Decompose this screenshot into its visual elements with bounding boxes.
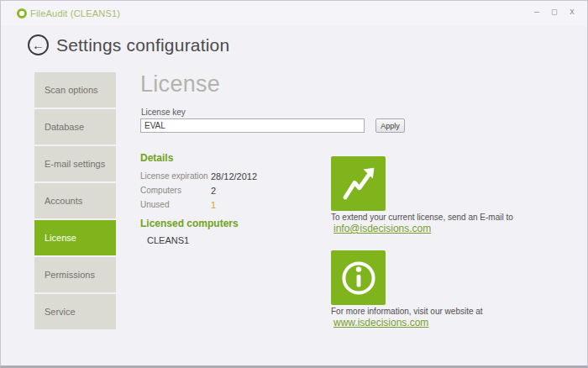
- sidebar-item-scan-options[interactable]: Scan options: [34, 72, 116, 108]
- back-arrow-icon[interactable]: ←: [28, 34, 49, 55]
- details-heading: Details: [140, 152, 173, 164]
- fileaudit-logo-icon: [17, 8, 27, 18]
- apply-button[interactable]: Apply: [375, 118, 405, 133]
- content-title: License: [140, 71, 220, 97]
- page-title: Settings configuration: [56, 35, 229, 55]
- sidebar-item-database[interactable]: Database: [34, 109, 116, 145]
- close-button[interactable]: x: [567, 6, 577, 18]
- extend-license-email-link[interactable]: info@isdecisions.com: [333, 223, 431, 234]
- detail-value: 28/12/2012: [211, 171, 257, 181]
- info-icon[interactable]: [331, 250, 386, 305]
- app-window: FileAudit (CLEANS1) – □ x ← Settings con…: [0, 0, 588, 368]
- sidebar-item-license[interactable]: License: [34, 220, 116, 255]
- more-info-text: For more information, visit our website …: [331, 307, 483, 316]
- license-key-input[interactable]: [140, 118, 365, 133]
- licensed-computers-heading: Licensed computers: [140, 218, 239, 229]
- sidebar-item-email-settings[interactable]: E-mail settings: [34, 146, 116, 181]
- trend-up-arrow-icon[interactable]: [331, 156, 386, 211]
- detail-label: Computers: [140, 186, 181, 195]
- minimize-button[interactable]: –: [532, 6, 542, 18]
- website-link[interactable]: www.isdecisions.com: [333, 317, 428, 329]
- detail-label: Unused: [140, 200, 169, 209]
- sidebar-item-service[interactable]: Service: [34, 294, 116, 329]
- detail-value: 1: [211, 200, 216, 210]
- titlebar: FileAudit (CLEANS1) – □ x: [1, 1, 587, 26]
- window-title: FileAudit (CLEANS1): [30, 8, 120, 18]
- window-controls: – □ x: [532, 6, 577, 18]
- sidebar: Scan options Database E-mail settings Ac…: [34, 72, 116, 329]
- sidebar-item-permissions[interactable]: Permissions: [34, 257, 116, 292]
- maximize-button[interactable]: □: [549, 6, 559, 18]
- detail-value: 2: [211, 186, 216, 196]
- licensed-computer-item: CLEANS1: [147, 235, 189, 245]
- license-key-label: License key: [141, 108, 186, 117]
- sidebar-item-accounts[interactable]: Accounts: [34, 183, 116, 218]
- page-header: ← Settings configuration: [28, 34, 229, 55]
- extend-license-text: To extend your current license, send an …: [331, 213, 513, 222]
- detail-label: License expiration: [140, 171, 208, 181]
